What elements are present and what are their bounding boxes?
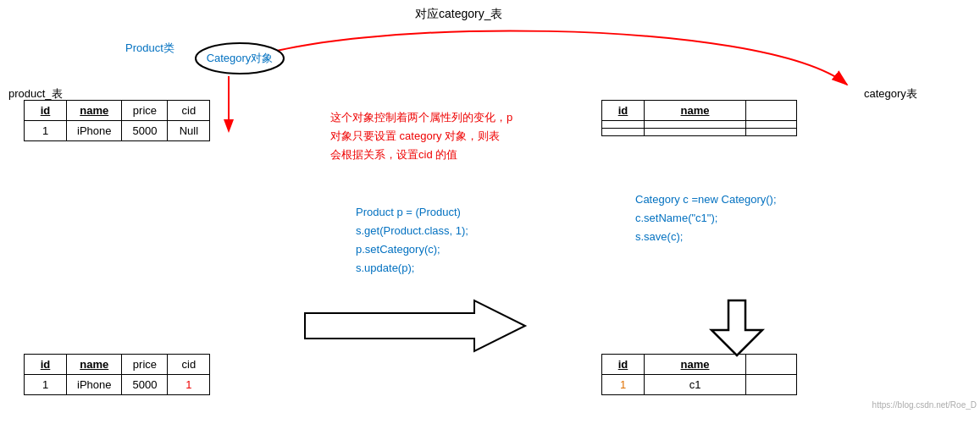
col-price: price: [122, 101, 168, 121]
col-cid: cid: [168, 101, 210, 121]
code-line-4: s.update(p);: [356, 259, 468, 278]
cell-name: [645, 121, 746, 129]
code-right-line-1: Category c =new Category();: [635, 190, 777, 209]
col-name: name: [67, 101, 122, 121]
cell-name: iPhone: [67, 375, 122, 395]
bottom-product-table: id name price cid 1 iPhone 5000 1: [24, 354, 210, 395]
svg-marker-3: [711, 300, 762, 355]
cell-cid: Null: [168, 121, 210, 141]
annotation-text: 这个对象控制着两个属性列的变化，p 对象只要设置 category 对象，则表 …: [330, 108, 512, 164]
table-row: 1 iPhone 5000 Null: [25, 121, 210, 141]
table-row: [602, 129, 797, 136]
cell-name: [645, 129, 746, 136]
code-right-line-2: c.setName("c1");: [635, 209, 777, 228]
cell-id: [602, 121, 645, 129]
cell-id: 1: [25, 121, 67, 141]
product-class-label: Product类: [125, 41, 174, 56]
cell-extra: [746, 121, 797, 129]
main-canvas: 对应category_表 Product类 Category对象 product…: [0, 0, 980, 435]
top-category-table: id name: [601, 100, 797, 136]
code-line-1: Product p = (Product): [356, 203, 468, 222]
col-id: id: [25, 101, 67, 121]
top-product-table: id name price cid 1 iPhone 5000 Null: [24, 100, 210, 141]
table-row: 1 c1: [602, 375, 797, 395]
col-name: name: [645, 101, 746, 121]
col-cid: cid: [168, 355, 210, 375]
watermark: https://blog.csdn.net/Roe_D: [872, 400, 977, 410]
col-extra: [746, 101, 797, 121]
table-row: [602, 121, 797, 129]
svg-text:Category对象: Category对象: [207, 52, 274, 64]
col-price: price: [122, 355, 168, 375]
col-id: id: [602, 355, 645, 375]
cell-id: 1: [25, 375, 67, 395]
code-right-line-3: s.save(c);: [635, 228, 777, 246]
cell-name: iPhone: [67, 121, 122, 141]
col-extra: [746, 355, 797, 375]
bottom-category-table: id name 1 c1: [601, 354, 797, 395]
cell-extra: [746, 129, 797, 136]
cell-cid: 1: [168, 375, 210, 395]
code-left-block: Product p = (Product) s.get(Product.clas…: [356, 203, 468, 278]
cell-name: c1: [645, 375, 746, 395]
cell-id: [602, 129, 645, 136]
code-right-block: Category c =new Category(); c.setName("c…: [635, 190, 777, 246]
code-line-2: s.get(Product.class, 1);: [356, 222, 468, 240]
cell-extra: [746, 375, 797, 395]
cell-price: 5000: [122, 375, 168, 395]
cell-id: 1: [602, 375, 645, 395]
code-line-3: p.setCategory(c);: [356, 240, 468, 259]
category-table-label: category表: [864, 86, 917, 102]
col-id: id: [25, 355, 67, 375]
svg-marker-2: [305, 300, 525, 351]
top-label: 对应category_表: [415, 7, 502, 22]
table-row: 1 iPhone 5000 1: [25, 375, 210, 395]
category-object-oval: Category对象: [193, 41, 286, 79]
cell-price: 5000: [122, 121, 168, 141]
col-name: name: [67, 355, 122, 375]
col-id: id: [602, 101, 645, 121]
col-name: name: [645, 355, 746, 375]
